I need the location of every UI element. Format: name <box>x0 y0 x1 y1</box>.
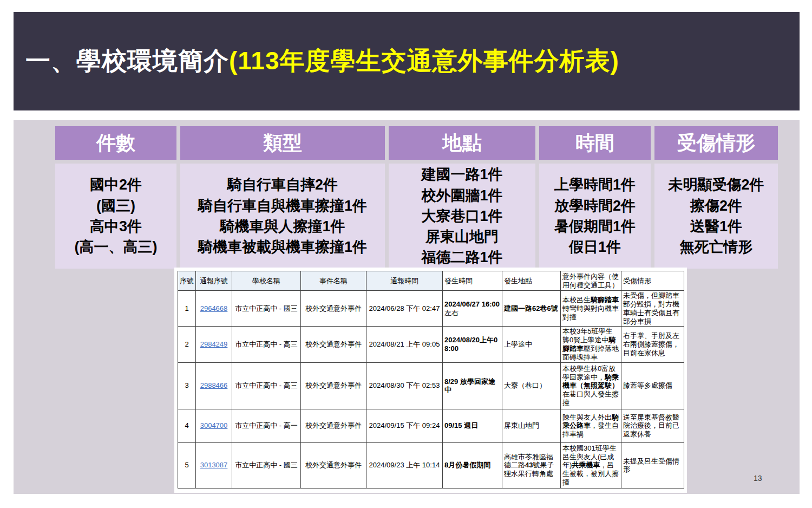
cell-incident: 本校呂生騎腳踏車轉彎時與對向機車對撞 <box>561 291 621 327</box>
summary-cell-count: 國中2件 (國三) 高中3件 (高一、高三) <box>55 164 176 269</box>
detail-header-serial: 序號 <box>178 271 196 291</box>
summary-cell-location: 建國一路1件 校外圍牆1件 大寮巷口1件 屏東山地門 福德二路1件 <box>389 164 535 269</box>
cell-report-id: 3013087 <box>196 442 232 488</box>
detail-header-injury: 受傷情形 <box>621 271 684 291</box>
summary-header-location: 地點 <box>389 126 535 160</box>
cell-school: 市立中正高中 - 高三 <box>232 362 301 409</box>
table-row: 5 3013087 市立中正高中 - 國三 校外交通意外事件 2024/09/2… <box>178 442 684 488</box>
summary-table: 件數 類型 地點 時間 受傷情形 國中2件 (國三) 高中3件 (高一、高三) … <box>55 126 778 269</box>
cell-occur-location: 大寮（巷口） <box>502 362 561 409</box>
summary-line: 上學時間1件 <box>554 174 636 195</box>
report-link[interactable]: 2984249 <box>200 340 228 348</box>
table-row: 1 2964668 市立中正高中 - 國三 校外交通意外事件 2024/06/2… <box>178 291 684 327</box>
detail-header-occur-time: 發生時間 <box>443 271 502 291</box>
summary-line: 大寮巷口1件 <box>421 206 502 226</box>
cell-injury: 未提及呂生受傷情形 <box>621 442 684 488</box>
cell-incident: 陳生與友人外出騎乘公路車，發生自摔車禍 <box>561 409 621 442</box>
summary-line: 擦傷2件 <box>690 196 742 216</box>
table-row: 4 3004700 市立中正高中 - 高一 校外交通意外事件 2024/09/1… <box>178 409 684 442</box>
cell-report-id: 2984249 <box>196 327 232 362</box>
page-title-highlight: (113年度學生交通意外事件分析表) <box>229 47 619 75</box>
report-link[interactable]: 3013087 <box>200 461 228 469</box>
cell-school: 市立中正高中 - 國三 <box>232 442 301 488</box>
cell-serial: 2 <box>178 327 196 362</box>
summary-line: 騎機車被載與機車擦撞1件 <box>198 237 367 257</box>
summary-line: 未明顯受傷2件 <box>668 174 764 195</box>
cell-event: 校外交通意外事件 <box>301 409 366 442</box>
summary-line: 高中3件 <box>90 216 142 237</box>
table-row: 2 2984249 市立中正高中 - 高三 校外交通意外事件 2024/08/2… <box>178 327 684 362</box>
cell-occur-location: 屏東山地門 <box>502 409 561 442</box>
cell-occur-time: 8月份暑假期間 <box>443 442 502 488</box>
cell-report-time: 2024/08/21 上午 09:05 <box>366 327 443 362</box>
detail-header-report-id: 通報序號 <box>196 271 232 291</box>
cell-school: 市立中正高中 - 高三 <box>232 327 301 362</box>
cell-school: 市立中正高中 - 國三 <box>232 291 301 327</box>
cell-school: 市立中正高中 - 高一 <box>232 409 301 442</box>
detail-header-incident: 意外事件內容（使用何種交通工具） <box>561 271 621 291</box>
title-bar: 一、學校環境簡介(113年度學生交通意外事件分析表) <box>14 12 800 110</box>
summary-line: 國中2件 <box>90 174 142 195</box>
cell-injury: 右手掌、手肘及左右兩側膝蓋擦傷，目前在家休息 <box>621 327 684 362</box>
summary-header-injury: 受傷情形 <box>654 126 778 160</box>
summary-line: 送醫1件 <box>690 216 742 237</box>
cell-injury: 未受傷，但腳踏車部分毀損，對方機車騎士有受傷且有部分車損 <box>621 291 684 327</box>
detail-header-event: 事件名稱 <box>301 271 366 291</box>
detail-header-occur-location: 發生地點 <box>502 271 561 291</box>
cell-occur-location: 高雄市苓雅區福德二路43號果子狸水果行轉角處 <box>502 442 561 488</box>
cell-injury: 送至屏東基督教醫院治療後，目前已返家休養 <box>621 409 684 442</box>
cell-report-id: 2964668 <box>196 291 232 327</box>
cell-report-time: 2024/08/30 下午 02:53 <box>366 362 443 409</box>
detail-header-report-time: 通報時間 <box>366 271 443 291</box>
cell-serial: 1 <box>178 291 196 327</box>
cell-occur-time: 2024/06/27 16:00 左右 <box>443 291 502 327</box>
summary-line: 暑假期間1件 <box>554 216 636 237</box>
cell-incident: 本校3年5班學生龔0賢上學途中騎腳踏車壓到掉落地面磚塊摔車 <box>561 327 621 362</box>
cell-report-id: 2988466 <box>196 362 232 409</box>
summary-cell-time: 上學時間1件 放學時間2件 暑假期間1件 假日1件 <box>539 164 651 269</box>
cell-report-time: 2024/06/28 下午 02:47 <box>366 291 443 327</box>
cell-occur-time: 8/29 放學回家途中 <box>443 362 502 409</box>
detail-header-row: 序號 通報序號 學校名稱 事件名稱 通報時間 發生時間 發生地點 意外事件內容（… <box>178 271 684 291</box>
cell-serial: 3 <box>178 362 196 409</box>
cell-serial: 5 <box>178 442 196 488</box>
cell-event: 校外交通意外事件 <box>301 442 366 488</box>
summary-line: 放學時間2件 <box>554 196 636 216</box>
summary-cell-injury: 未明顯受傷2件 擦傷2件 送醫1件 無死亡情形 <box>654 164 778 269</box>
detail-table-screenshot: 序號 通報序號 學校名稱 事件名稱 通報時間 發生時間 發生地點 意外事件內容（… <box>174 268 687 493</box>
page-number: 13 <box>754 474 762 483</box>
cell-injury: 膝蓋等多處擦傷 <box>621 362 684 409</box>
report-link[interactable]: 3004700 <box>200 421 228 429</box>
cell-serial: 4 <box>178 409 196 442</box>
report-link[interactable]: 2988466 <box>200 381 228 389</box>
detail-header-school: 學校名稱 <box>232 271 301 291</box>
summary-line: 校外圍牆1件 <box>421 185 502 206</box>
summary-line: 無死亡情形 <box>680 237 753 257</box>
cell-event: 校外交通意外事件 <box>301 362 366 409</box>
cell-event: 校外交通意外事件 <box>301 327 366 362</box>
summary-cell-type: 騎自行車自摔2件 騎自行車自與機車擦撞1件 騎機車與人擦撞1件 騎機車被載與機車… <box>180 164 385 269</box>
cell-report-time: 2024/09/15 下午 09:24 <box>366 409 443 442</box>
page-title-prefix: 一、學校環境簡介 <box>25 47 229 75</box>
summary-header-type: 類型 <box>180 126 385 160</box>
summary-line: 假日1件 <box>569 237 621 257</box>
summary-header-time: 時間 <box>539 126 651 160</box>
slide-content: 件數 類型 地點 時間 受傷情形 國中2件 (國三) 高中3件 (高一、高三) … <box>14 120 800 494</box>
cell-incident: 本校國301班學生呂生與友人(已成年)共乘機車，呂生被載，被別人擦撞 <box>561 442 621 488</box>
cell-occur-location: 建國一路62巷6號 <box>502 291 561 327</box>
cell-report-id: 3004700 <box>196 409 232 442</box>
report-link[interactable]: 2964668 <box>200 304 228 312</box>
cell-incident: 本校學生林0富放學回家途中，騎乘機車（無照駕駛）在巷口與人發生擦撞 <box>561 362 621 409</box>
summary-line: 福德二路1件 <box>421 247 502 268</box>
summary-line: 屏東山地門 <box>425 226 499 247</box>
cell-report-time: 2024/09/23 上午 10:14 <box>366 442 443 488</box>
summary-header-count: 件數 <box>55 126 176 160</box>
cell-occur-time: 2024/08/20上午08:00 <box>443 327 502 362</box>
table-row: 3 2988466 市立中正高中 - 高三 校外交通意外事件 2024/08/3… <box>178 362 684 409</box>
summary-line: 建國一路1件 <box>421 164 502 185</box>
page-title: 一、學校環境簡介(113年度學生交通意外事件分析表) <box>25 44 619 78</box>
summary-line: 騎自行車自摔2件 <box>227 174 338 195</box>
cell-occur-location: 上學途中 <box>502 327 561 362</box>
summary-line: (國三) <box>96 196 135 216</box>
summary-line: 騎自行車自與機車擦撞1件 <box>198 196 367 216</box>
